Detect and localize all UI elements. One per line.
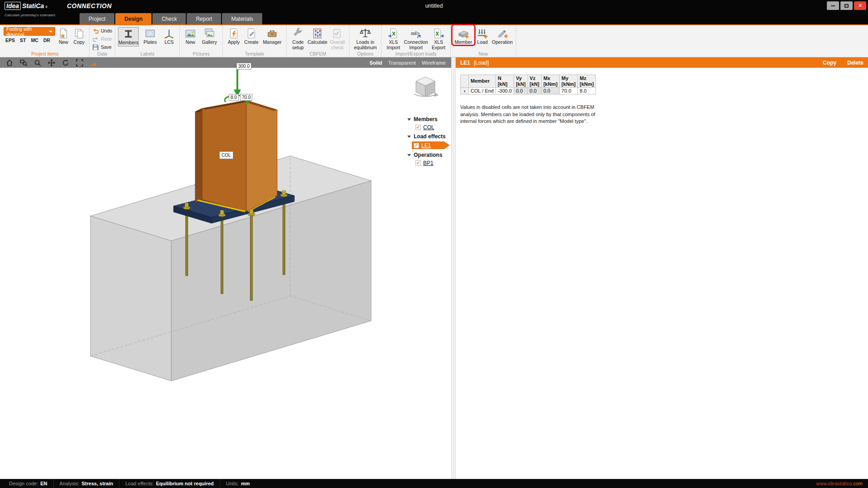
view-cube-icon[interactable] xyxy=(410,74,440,100)
mz-label: 8.0 xyxy=(229,94,239,101)
vy-cell: 0.0 xyxy=(514,88,528,94)
view-mode-wireframe[interactable]: Wireframe xyxy=(422,60,446,66)
code-button-st[interactable]: ST xyxy=(20,38,26,43)
plates-labels-label: Plates xyxy=(144,40,157,45)
close-button[interactable]: ✕ xyxy=(854,1,866,10)
loads-in-equilibrium-button[interactable]: Loads in equilibrium xyxy=(352,27,378,51)
mz-cell[interactable]: 8.0 xyxy=(578,88,596,94)
calculate-button[interactable]: Calculate xyxy=(307,27,327,46)
undo-button[interactable]: Undo xyxy=(92,27,112,34)
tree-section-load-effects[interactable]: Load effects xyxy=(405,133,450,140)
gallery-button[interactable]: Gallery xyxy=(199,27,220,46)
tab-project[interactable]: Project xyxy=(80,13,114,24)
plates-labels-button[interactable]: Plates xyxy=(140,27,160,46)
col-checkbox[interactable]: ✓ xyxy=(415,125,421,130)
expander-icon xyxy=(407,136,411,138)
maximize-icon xyxy=(844,4,849,8)
panel-subtitle: [Load] xyxy=(474,60,489,66)
template-create-button[interactable]: Create xyxy=(243,27,260,46)
main-area: 300.0 8.0 70.0 COL Members ✓ xyxy=(0,68,868,479)
le1-checkbox[interactable]: ✓ xyxy=(414,143,419,148)
zoom-icon[interactable] xyxy=(33,59,42,67)
code-button-dr[interactable]: DR xyxy=(43,38,50,43)
delete-load-button[interactable]: Delete xyxy=(847,60,863,66)
view-mode-solid[interactable]: Solid xyxy=(369,60,382,66)
my-cell[interactable]: 70.0 xyxy=(560,88,578,94)
bp1-item-label[interactable]: BP1 xyxy=(423,160,434,166)
model-tree: Members ✓ COL Load effects ✓ LE1 Operati… xyxy=(405,74,450,169)
load-effects-value: Equilibrium not required xyxy=(156,481,214,486)
status-analysis: Analysis: Stress, strain xyxy=(53,479,119,488)
website-link[interactable]: www.ideastatica.com xyxy=(816,481,868,486)
tab-report[interactable]: Report xyxy=(187,13,221,24)
load-effect-panel-header: LE1 [Load] Copy Delete xyxy=(456,57,868,68)
tree-section-members[interactable]: Members xyxy=(405,116,450,122)
analysis-value: Stress, strain xyxy=(82,481,113,486)
analysis-label: Analysis: xyxy=(60,481,80,486)
group-label-labels: Labels xyxy=(115,51,179,56)
viewport-3d[interactable]: 300.0 8.0 70.0 COL Members ✓ xyxy=(0,68,451,479)
row-selector[interactable]: › xyxy=(461,88,469,94)
new-member-label: Member xyxy=(455,40,472,45)
project-item-dropdown[interactable]: Footing with diagonal xyxy=(4,27,55,36)
n-cell[interactable]: -300.0 xyxy=(495,88,514,94)
maximize-button[interactable] xyxy=(840,1,853,10)
rotate-icon[interactable] xyxy=(61,59,70,67)
copy-project-button[interactable]: Copy xyxy=(72,27,86,46)
xls-import-button[interactable]: XLS Import xyxy=(384,27,402,51)
le1-item-label[interactable]: LE1 xyxy=(421,142,431,149)
bp1-checkbox[interactable]: ✓ xyxy=(415,160,421,166)
splitter[interactable] xyxy=(451,68,456,479)
disabled-cells-note: Values in disabled cells are not taken i… xyxy=(460,104,606,125)
scales-icon xyxy=(359,28,371,39)
xls-export-button[interactable]: XLS Export xyxy=(429,27,448,51)
tab-check[interactable]: Check xyxy=(152,13,186,24)
home-view-icon[interactable] xyxy=(5,59,14,67)
members-labels-button[interactable]: Members xyxy=(118,27,139,47)
view-mode-transparent[interactable]: Transparent xyxy=(388,60,416,66)
connection-import-button[interactable]: Connection Import xyxy=(403,27,429,51)
picture-new-button[interactable]: New xyxy=(183,27,198,46)
tree-item-col[interactable]: ✓ COL xyxy=(415,124,450,131)
code-setup-button[interactable]: Code setup xyxy=(289,27,307,51)
code-button-eps[interactable]: EPS xyxy=(5,38,15,43)
tree-item-bp1[interactable]: ✓ BP1 xyxy=(415,160,450,166)
save-button[interactable]: Save xyxy=(92,43,112,51)
new-member-button[interactable]: Member xyxy=(453,27,473,46)
splitter[interactable] xyxy=(451,57,456,68)
code-button-mc[interactable]: MC xyxy=(31,38,38,43)
chevron-down-icon xyxy=(49,31,52,33)
expander-icon xyxy=(407,118,411,121)
zoom-window-icon[interactable] xyxy=(19,59,28,67)
col-item-label[interactable]: COL xyxy=(423,124,434,131)
template-apply-label: Apply xyxy=(228,40,240,45)
copy-load-button[interactable]: Copy xyxy=(823,60,836,66)
template-create-label: Create xyxy=(244,40,259,45)
xls-import-icon xyxy=(387,28,399,39)
new-load-button[interactable]: Load xyxy=(474,27,491,46)
tree-item-le1-selected[interactable]: ✓ LE1 xyxy=(412,141,450,149)
template-manager-button[interactable]: Manager xyxy=(261,27,283,46)
members-header-label: Members xyxy=(414,116,438,122)
copy-project-label: Copy xyxy=(74,40,85,45)
pan-icon[interactable] xyxy=(47,59,56,67)
app-window: IdeaStatiCa® CONNECTION Calculate yester… xyxy=(0,0,868,488)
title-bar: IdeaStatiCa® CONNECTION Calculate yester… xyxy=(0,0,868,12)
lcs-labels-label: LCS xyxy=(165,40,174,45)
minimize-button[interactable] xyxy=(827,1,839,10)
template-apply-button[interactable]: Apply xyxy=(226,27,242,46)
tree-section-operations[interactable]: Operations xyxy=(405,152,450,158)
tab-materials[interactable]: Materials xyxy=(222,13,262,24)
new-operation-button[interactable]: Operation xyxy=(491,27,513,46)
vz-cell: 0.0 xyxy=(528,88,541,94)
zoom-fit-icon[interactable] xyxy=(75,59,84,67)
member-header: Member xyxy=(469,75,496,88)
paint-icon[interactable] xyxy=(90,59,98,67)
new-project-button[interactable]: New xyxy=(56,27,71,46)
design-code-value: EN xyxy=(40,481,47,486)
group-label-import-export: Import/Export loads xyxy=(382,51,450,56)
tab-design[interactable]: Design xyxy=(115,13,151,24)
save-label: Save xyxy=(101,44,112,50)
scene-3d[interactable] xyxy=(0,68,451,479)
lcs-labels-button[interactable]: LCS xyxy=(161,27,177,46)
